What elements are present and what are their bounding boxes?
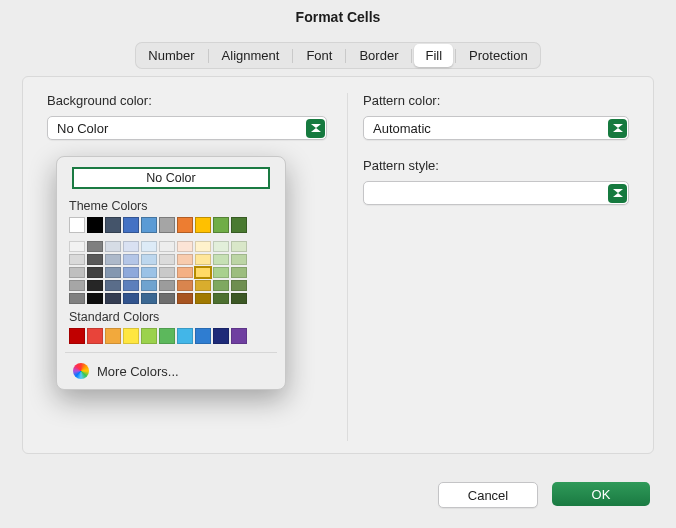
theme-shade-swatch[interactable] <box>69 254 85 265</box>
theme-color-swatch[interactable] <box>123 217 139 233</box>
theme-shade-swatch[interactable] <box>87 280 103 291</box>
theme-shade-swatch[interactable] <box>141 267 157 278</box>
theme-shade-swatch[interactable] <box>195 280 211 291</box>
theme-shade-swatch[interactable] <box>105 280 121 291</box>
standard-colors-heading: Standard Colors <box>69 310 277 324</box>
tab-alignment[interactable]: Alignment <box>211 44 291 67</box>
theme-shade-swatch[interactable] <box>195 293 211 304</box>
standard-color-swatch[interactable] <box>141 328 157 344</box>
theme-shade-swatch[interactable] <box>87 267 103 278</box>
footer: Cancel OK <box>438 482 650 508</box>
theme-shade-swatch[interactable] <box>159 241 175 252</box>
theme-colors-grid <box>69 217 277 304</box>
popup-divider <box>65 352 277 353</box>
theme-shade-swatch[interactable] <box>213 254 229 265</box>
theme-shade-swatch[interactable] <box>69 293 85 304</box>
chevron-down-icon <box>608 184 627 203</box>
theme-shade-swatch[interactable] <box>87 293 103 304</box>
tab-fill[interactable]: Fill <box>414 44 453 67</box>
theme-shade-swatch[interactable] <box>123 280 139 291</box>
pattern-color-combo[interactable]: Automatic <box>363 116 629 140</box>
theme-shade-swatch[interactable] <box>69 280 85 291</box>
chevron-down-icon <box>306 119 325 138</box>
theme-shade-swatch[interactable] <box>231 241 247 252</box>
theme-color-swatch[interactable] <box>195 217 211 233</box>
theme-shade-swatch[interactable] <box>177 293 193 304</box>
theme-shade-swatch[interactable] <box>231 267 247 278</box>
theme-shade-swatch[interactable] <box>141 293 157 304</box>
theme-color-swatch[interactable] <box>159 217 175 233</box>
theme-shade-swatch[interactable] <box>195 267 211 278</box>
background-color-combo[interactable]: No Color <box>47 116 327 140</box>
pattern-color-label: Pattern color: <box>363 93 629 108</box>
pattern-style-combo[interactable] <box>363 181 629 205</box>
theme-color-swatch[interactable] <box>213 217 229 233</box>
theme-shade-swatch[interactable] <box>159 280 175 291</box>
tab-border[interactable]: Border <box>348 44 409 67</box>
theme-shade-swatch[interactable] <box>105 241 121 252</box>
theme-shade-swatch[interactable] <box>141 241 157 252</box>
ok-button[interactable]: OK <box>552 482 650 506</box>
theme-color-swatch[interactable] <box>105 217 121 233</box>
theme-shade-swatch[interactable] <box>105 293 121 304</box>
theme-shade-swatch[interactable] <box>195 254 211 265</box>
tab-protection[interactable]: Protection <box>458 44 539 67</box>
pattern-style-label: Pattern style: <box>363 158 629 173</box>
tab-number[interactable]: Number <box>137 44 205 67</box>
theme-shade-swatch[interactable] <box>123 241 139 252</box>
theme-shade-swatch[interactable] <box>159 293 175 304</box>
theme-shade-swatch[interactable] <box>69 241 85 252</box>
no-color-option[interactable]: No Color <box>72 167 270 189</box>
background-color-value: No Color <box>57 121 108 136</box>
theme-color-swatch[interactable] <box>87 217 103 233</box>
pattern-color-value: Automatic <box>373 121 431 136</box>
theme-shade-swatch[interactable] <box>213 293 229 304</box>
theme-shade-swatch[interactable] <box>231 293 247 304</box>
standard-color-swatch[interactable] <box>105 328 121 344</box>
theme-shade-swatch[interactable] <box>177 280 193 291</box>
theme-shade-swatch[interactable] <box>123 254 139 265</box>
theme-shade-swatch[interactable] <box>177 254 193 265</box>
theme-shade-swatch[interactable] <box>141 254 157 265</box>
standard-color-swatch[interactable] <box>213 328 229 344</box>
theme-shade-swatch[interactable] <box>159 267 175 278</box>
theme-shade-swatch[interactable] <box>105 267 121 278</box>
theme-shade-swatch[interactable] <box>123 267 139 278</box>
theme-shade-swatch[interactable] <box>231 254 247 265</box>
theme-color-swatch[interactable] <box>231 217 247 233</box>
theme-shade-swatch[interactable] <box>177 267 193 278</box>
more-colors-button[interactable]: More Colors... <box>65 359 277 381</box>
window-title: Format Cells <box>0 0 676 32</box>
theme-shade-swatch[interactable] <box>213 241 229 252</box>
standard-color-swatch[interactable] <box>231 328 247 344</box>
standard-color-swatch[interactable] <box>87 328 103 344</box>
theme-shade-swatch[interactable] <box>231 280 247 291</box>
theme-shade-swatch[interactable] <box>87 254 103 265</box>
theme-color-swatch[interactable] <box>141 217 157 233</box>
standard-color-swatch[interactable] <box>195 328 211 344</box>
theme-shade-swatch[interactable] <box>195 241 211 252</box>
chevron-down-icon <box>608 119 627 138</box>
color-picker-popup: No Color Theme Colors Standard Colors Mo… <box>56 156 286 390</box>
background-color-label: Background color: <box>47 93 327 108</box>
theme-shade-swatch[interactable] <box>213 267 229 278</box>
theme-shade-swatch[interactable] <box>105 254 121 265</box>
theme-shade-swatch[interactable] <box>69 267 85 278</box>
cancel-button[interactable]: Cancel <box>438 482 538 508</box>
standard-colors-row <box>69 328 277 344</box>
tab-font[interactable]: Font <box>295 44 343 67</box>
standard-color-swatch[interactable] <box>159 328 175 344</box>
theme-colors-heading: Theme Colors <box>69 199 277 213</box>
standard-color-swatch[interactable] <box>123 328 139 344</box>
theme-color-swatch[interactable] <box>177 217 193 233</box>
theme-shade-swatch[interactable] <box>159 254 175 265</box>
color-wheel-icon <box>73 363 89 379</box>
theme-shade-swatch[interactable] <box>213 280 229 291</box>
theme-shade-swatch[interactable] <box>141 280 157 291</box>
theme-shade-swatch[interactable] <box>123 293 139 304</box>
theme-color-swatch[interactable] <box>69 217 85 233</box>
standard-color-swatch[interactable] <box>69 328 85 344</box>
theme-shade-swatch[interactable] <box>177 241 193 252</box>
theme-shade-swatch[interactable] <box>87 241 103 252</box>
standard-color-swatch[interactable] <box>177 328 193 344</box>
